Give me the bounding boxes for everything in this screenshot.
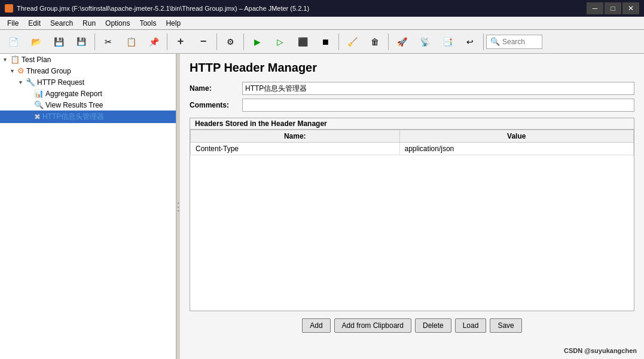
remote-stop-button[interactable] bbox=[414, 32, 435, 52]
search-icon: 🔍 bbox=[490, 37, 500, 46]
remote-start-button[interactable] bbox=[391, 32, 413, 52]
menu-file[interactable]: File bbox=[2, 18, 23, 29]
clear-button[interactable] bbox=[341, 32, 363, 52]
menu-options[interactable]: Options bbox=[100, 18, 135, 29]
section-title: Headers Stored in the Header Manager bbox=[190, 118, 634, 130]
load-button[interactable]: Load bbox=[455, 318, 487, 333]
save-file-button[interactable] bbox=[48, 32, 69, 52]
bottom-buttons: Add Add from Clipboard Delete Load Save bbox=[190, 318, 634, 333]
toggle-header-mgr bbox=[26, 114, 32, 120]
tree-item-http-request[interactable]: ▼ 🔧 HTTP Request bbox=[0, 76, 176, 88]
template-button[interactable] bbox=[437, 32, 458, 52]
menu-edit[interactable]: Edit bbox=[23, 18, 45, 29]
headers-section: Headers Stored in the Header Manager Nam… bbox=[190, 118, 634, 311]
tree-item-view-results[interactable]: 🔍 View Results Tree bbox=[0, 99, 176, 111]
tree-item-aggregate-report[interactable]: 📊 Aggregate Report bbox=[0, 88, 176, 99]
headers-table: Name: Value Content-Type application/jso… bbox=[190, 130, 634, 155]
view-results-label: View Results Tree bbox=[45, 101, 103, 109]
undo-button[interactable] bbox=[459, 32, 481, 52]
shutdown-button[interactable] bbox=[315, 32, 336, 52]
col-name-header: Name: bbox=[191, 130, 400, 143]
save-headers-button[interactable]: Save bbox=[490, 318, 521, 333]
test-plan-label: Test Plan bbox=[22, 56, 51, 64]
toggle-thread-group: ▼ bbox=[10, 68, 16, 74]
start-no-pause-button[interactable] bbox=[269, 32, 291, 52]
panel-title: HTTP Header Manager bbox=[190, 61, 634, 75]
add-element-button[interactable] bbox=[170, 32, 191, 52]
toggle-results bbox=[26, 102, 32, 108]
toolbar: 💾 🔍 bbox=[0, 30, 644, 54]
row-value-cell[interactable]: application/json bbox=[399, 143, 633, 155]
results-icon: 🔍 bbox=[34, 100, 44, 109]
open-button[interactable] bbox=[25, 32, 47, 52]
menu-run[interactable]: Run bbox=[78, 18, 100, 29]
row-name-cell[interactable]: Content-Type bbox=[191, 143, 400, 155]
tree-panel: ▼ 📋 Test Plan ▼ ⚙ Thread Group ▼ 🔧 HTTP … bbox=[0, 54, 176, 359]
aggregate-report-label: Aggregate Report bbox=[45, 90, 102, 98]
menu-bar: File Edit Search Run Options Tools Help bbox=[0, 17, 644, 30]
restore-button[interactable]: □ bbox=[605, 2, 621, 14]
toggle-button[interactable] bbox=[219, 32, 241, 52]
table-row: Content-Type application/json bbox=[191, 143, 634, 155]
menu-tools[interactable]: Tools bbox=[135, 18, 161, 29]
toggle-test-plan: ▼ bbox=[2, 57, 8, 63]
remove-element-button[interactable] bbox=[193, 32, 214, 52]
comments-input[interactable] bbox=[242, 99, 634, 112]
toggle-http-request: ▼ bbox=[18, 79, 24, 85]
main-layout: ▼ 📋 Test Plan ▼ ⚙ Thread Group ▼ 🔧 HTTP … bbox=[0, 54, 644, 359]
name-row: Name: bbox=[190, 82, 634, 95]
name-input[interactable] bbox=[242, 82, 634, 95]
sep-3 bbox=[216, 33, 217, 50]
sep-6 bbox=[388, 33, 389, 50]
title-bar: Thread Group.jmx (F:\softinstall\apache-… bbox=[0, 0, 644, 17]
sep-1 bbox=[94, 33, 95, 50]
new-button[interactable] bbox=[2, 32, 24, 52]
copy-button[interactable] bbox=[120, 32, 142, 52]
http-icon: 🔧 bbox=[26, 78, 35, 87]
toggle-aggregate bbox=[26, 91, 32, 97]
table-empty-area bbox=[190, 155, 634, 311]
app-icon bbox=[5, 4, 13, 13]
plan-icon: 📋 bbox=[10, 55, 20, 64]
thread-icon: ⚙ bbox=[17, 66, 25, 75]
col-value-header: Value bbox=[399, 130, 633, 143]
clear-all-button[interactable] bbox=[364, 32, 386, 52]
sep-4 bbox=[243, 33, 244, 50]
name-label: Name: bbox=[190, 84, 237, 93]
sep-2 bbox=[167, 33, 167, 50]
add-button[interactable]: Add bbox=[302, 318, 330, 333]
search-bar: 🔍 bbox=[486, 35, 542, 49]
add-clipboard-button[interactable]: Add from Clipboard bbox=[334, 318, 411, 333]
report-icon: 📊 bbox=[34, 89, 44, 98]
paste-button[interactable] bbox=[143, 32, 164, 52]
delete-button[interactable]: Delete bbox=[415, 318, 451, 333]
watermark: CSDN @suyukangchen bbox=[564, 347, 637, 354]
menu-help[interactable]: Help bbox=[161, 18, 185, 29]
close-button[interactable]: ✕ bbox=[622, 2, 639, 14]
window-title: Thread Group.jmx (F:\softinstall\apache-… bbox=[17, 5, 583, 12]
thread-group-label: Thread Group bbox=[26, 67, 71, 75]
header-icon: ✖ bbox=[34, 112, 41, 121]
window-controls: ─ □ ✕ bbox=[587, 2, 639, 14]
tree-item-test-plan[interactable]: ▼ 📋 Test Plan bbox=[0, 54, 176, 65]
tree-item-thread-group[interactable]: ▼ ⚙ Thread Group bbox=[0, 65, 176, 76]
sep-5 bbox=[338, 33, 339, 50]
search-input[interactable] bbox=[502, 38, 538, 46]
http-header-manager-label: HTTP信息头管理器 bbox=[42, 112, 104, 122]
start-button[interactable] bbox=[246, 32, 268, 52]
right-panel: HTTP Header Manager Name: Comments: Head… bbox=[180, 54, 644, 359]
http-request-label: HTTP Request bbox=[37, 78, 84, 87]
cut-button[interactable] bbox=[97, 32, 119, 52]
comments-row: Comments: bbox=[190, 99, 634, 112]
minimize-button[interactable]: ─ bbox=[587, 2, 603, 14]
save-as-button[interactable]: 💾 bbox=[71, 32, 92, 52]
comments-label: Comments: bbox=[190, 101, 237, 109]
menu-search[interactable]: Search bbox=[45, 18, 78, 29]
sep-7 bbox=[483, 33, 484, 50]
tree-item-http-header-manager[interactable]: ✖ HTTP信息头管理器 bbox=[0, 111, 176, 123]
stop-button[interactable] bbox=[292, 32, 313, 52]
